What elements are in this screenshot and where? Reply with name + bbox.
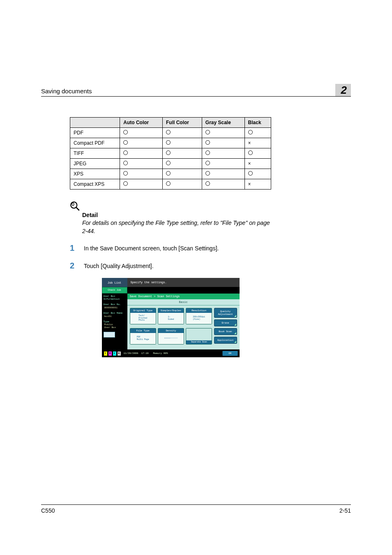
support-cell	[162, 128, 202, 138]
table-row: Compact XPS×	[70, 179, 271, 190]
detail-heading: Detail	[82, 212, 271, 218]
support-cell	[162, 159, 202, 169]
device-screen: Job List Specify the settings. Check Job…	[102, 278, 240, 357]
erase-button[interactable]: Erase	[214, 319, 237, 326]
resolution-button[interactable]: Resolution 200x200dpi (Fine)	[186, 308, 212, 324]
footer-date: 11/20/2006	[124, 352, 138, 355]
application-button[interactable]: Application	[214, 337, 237, 344]
side-type-label: Type	[104, 321, 126, 324]
support-cell	[120, 179, 163, 190]
supported-icon	[123, 181, 128, 186]
side-box-no-label: User Box No.	[104, 303, 126, 306]
row-name: TIFF	[70, 148, 120, 159]
table-row: TIFF	[70, 148, 271, 159]
file-type-button[interactable]: File Type PDF Multi Page	[130, 328, 156, 345]
supported-icon	[166, 171, 171, 176]
col-black: Black	[244, 118, 271, 128]
table-row: PDF	[70, 128, 271, 138]
breadcrumb: Save Document > Scan Settings	[127, 294, 240, 299]
check-job-button[interactable]: Check Job	[102, 287, 127, 294]
supported-icon	[166, 181, 171, 186]
step-text-2: Touch [Quality Adjustment].	[84, 262, 154, 271]
support-cell	[202, 179, 244, 190]
support-cell	[202, 138, 244, 148]
chapter-number-badge: 2	[335, 84, 351, 96]
density-label: Density	[158, 328, 184, 333]
support-cell	[244, 169, 271, 179]
toner-indicator: YMCK	[104, 351, 121, 356]
side-type: Public User Box	[104, 324, 126, 329]
support-cell: ×	[244, 179, 271, 190]
side-box-name: box01	[104, 315, 126, 318]
screen-title: Specify the settings.	[127, 278, 240, 287]
simplex-duplex-label: Simplex/Duplex	[158, 308, 184, 313]
col-auto-color: Auto Color	[120, 118, 163, 128]
support-cell: ×	[244, 159, 271, 169]
table-row: JPEG×	[70, 159, 271, 169]
file-type-value: PDF Multi Page	[130, 333, 156, 344]
support-cell	[120, 128, 163, 138]
support-cell	[162, 138, 202, 148]
side-legend-icon	[104, 332, 115, 338]
supported-icon	[123, 150, 128, 155]
row-name: Compact PDF	[70, 138, 120, 148]
simplex-duplex-button[interactable]: Simplex/Duplex 1- Sided	[158, 308, 184, 324]
col-gray-scale: Gray Scale	[202, 118, 244, 128]
step-number-1: 1	[70, 243, 84, 253]
footer-memory: 99%	[164, 352, 168, 355]
footer-time: 17:19	[141, 352, 149, 355]
table-row: XPS	[70, 169, 271, 179]
step-text-1: In the Save Document screen, touch [Scan…	[84, 244, 219, 253]
row-name: JPEG	[70, 159, 120, 169]
supported-icon	[205, 130, 210, 134]
supported-icon	[248, 171, 253, 176]
support-cell	[162, 179, 202, 190]
job-list-tab[interactable]: Job List	[102, 278, 127, 287]
supported-icon	[248, 150, 253, 155]
original-type-button[interactable]: Original Type Text/ Printed Photo	[130, 308, 156, 324]
support-cell	[202, 159, 244, 169]
supported-icon	[123, 161, 128, 165]
support-cell	[120, 169, 163, 179]
ok-button[interactable]: OK	[222, 351, 238, 356]
simplex-duplex-value: 1- Sided	[158, 313, 184, 324]
support-cell: ×	[244, 138, 271, 148]
tab-basic[interactable]: Basic	[127, 299, 240, 305]
model-number: C550	[41, 507, 55, 514]
support-cell	[244, 128, 271, 138]
quality-adjustment-button[interactable]: Quality Adjustment	[214, 308, 237, 318]
section-title: Saving documents	[41, 88, 92, 95]
page-number: 2-51	[339, 507, 351, 514]
table-corner	[70, 118, 120, 128]
support-cell	[120, 138, 163, 148]
support-cell	[202, 169, 244, 179]
book-scan-button[interactable]: Book Scan	[214, 328, 237, 335]
resolution-value: 200x200dpi (Fine)	[186, 313, 212, 324]
step-number-2: 2	[70, 261, 84, 271]
table-row: Compact PDF×	[70, 138, 271, 148]
side-box-no: 000000001	[104, 307, 126, 310]
detail-magnifier-icon	[70, 206, 81, 213]
detail-text: For details on specifying the File Type …	[82, 219, 271, 235]
supported-icon	[123, 130, 128, 134]
supported-icon	[166, 161, 171, 165]
side-info-label: User Box Information	[104, 295, 126, 301]
support-cell	[244, 148, 271, 159]
supported-icon	[166, 150, 171, 155]
supported-icon	[205, 161, 210, 165]
supported-icon	[166, 130, 171, 134]
side-box-name-label: User Box Name	[104, 312, 126, 315]
original-type-value: Text/ Printed Photo	[130, 313, 156, 324]
supported-icon	[205, 181, 210, 186]
supported-icon	[123, 171, 128, 176]
supported-icon	[205, 150, 210, 155]
supported-icon	[248, 130, 253, 134]
original-type-label: Original Type	[130, 308, 156, 313]
svg-point-1	[72, 203, 74, 206]
density-button[interactable]: Density ▪▪▪▪▪▫▫▫▫▫▫	[158, 328, 184, 345]
separate-scan-button[interactable]: Separate Scan	[186, 328, 212, 345]
file-type-label: File Type	[130, 328, 156, 333]
file-type-color-table: Auto Color Full Color Gray Scale Black P…	[70, 117, 271, 190]
row-name: Compact XPS	[70, 179, 120, 190]
row-name: XPS	[70, 169, 120, 179]
